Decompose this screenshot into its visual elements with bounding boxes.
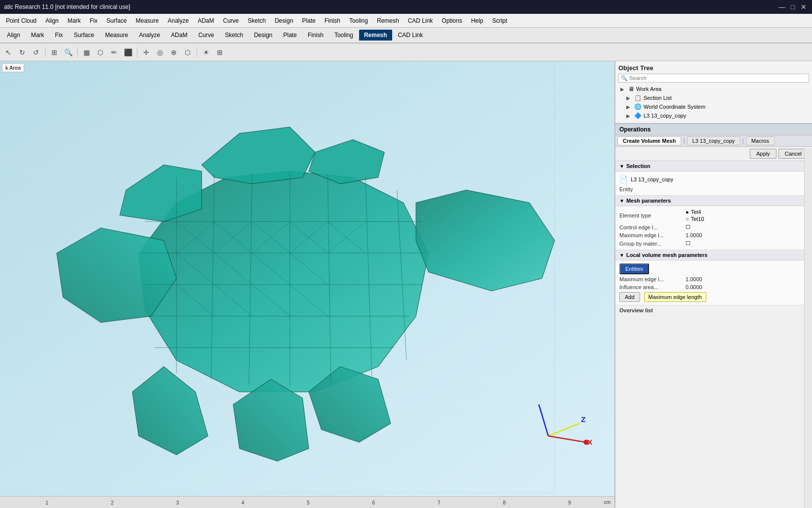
radio-tet4-icon: ● xyxy=(686,209,689,215)
tree-expand-icon-model: ▶ xyxy=(626,113,632,119)
mesh-viewport-svg: Z X xyxy=(0,61,614,508)
close-btn[interactable]: ✕ xyxy=(799,2,808,11)
ops-tab-create-volume[interactable]: Create Volume Mesh xyxy=(617,136,681,145)
menu-sketch[interactable]: Sketch xyxy=(244,16,270,25)
maximize-btn[interactable]: □ xyxy=(788,2,797,11)
select-icon[interactable]: ▦ xyxy=(80,46,93,59)
menu-tooling[interactable]: Tooling xyxy=(345,16,372,25)
selection-collapse-icon: ▼ xyxy=(619,164,624,169)
cursor-icon[interactable]: ↖ xyxy=(2,46,15,59)
tree-item-workarea[interactable]: ▶ 🖥 Work Area xyxy=(618,85,809,93)
control-edge-label: Control edge l... xyxy=(619,224,684,230)
object-tree-title: Object Tree xyxy=(618,64,809,72)
menu-adam[interactable]: ADaM xyxy=(194,16,218,25)
menu-plate[interactable]: Plate xyxy=(298,16,320,25)
eraser-icon[interactable]: ⬛ xyxy=(122,46,134,59)
radio-tet10[interactable]: ○ Tet10 xyxy=(686,216,704,222)
entity-value: L3 13_copy_copy xyxy=(631,176,673,182)
zoom-icon[interactable]: 🔍 xyxy=(62,46,75,59)
tab-mark[interactable]: Mark xyxy=(26,30,49,41)
tree-item-worldcoord[interactable]: ▶ 🌐 World Coordinate System xyxy=(618,102,809,111)
menu-fix[interactable]: Fix xyxy=(85,16,101,25)
control-edge-checkbox[interactable]: ☐ xyxy=(686,224,690,230)
tree-item-icon-workarea: 🖥 xyxy=(628,85,634,92)
tree-item-icon-section: 📋 xyxy=(634,94,642,101)
menu-remesh[interactable]: Remesh xyxy=(373,16,403,25)
menu-options[interactable]: Options xyxy=(438,16,466,25)
viewport[interactable]: k Area xyxy=(0,61,614,508)
tab-finish[interactable]: Finish xyxy=(303,30,328,41)
tab-adam[interactable]: ADaM xyxy=(166,30,192,41)
group-by-checkbox[interactable]: ☐ xyxy=(686,240,690,247)
tab-tooling[interactable]: Tooling xyxy=(329,30,358,41)
menu-script[interactable]: Script xyxy=(488,16,511,25)
add-button[interactable]: Add xyxy=(619,292,640,302)
move-icon[interactable]: ✛ xyxy=(140,46,153,59)
local-params-title: Local volume mesh parameters xyxy=(626,252,707,258)
menu-design[interactable]: Design xyxy=(271,16,297,25)
minimize-btn[interactable]: — xyxy=(777,2,786,11)
menu-curve[interactable]: Curve xyxy=(219,16,243,25)
tab-plate[interactable]: Plate xyxy=(279,30,302,41)
ops-tab-model[interactable]: L3 13_copy_copy xyxy=(687,136,740,145)
view-icon[interactable]: ⊞ xyxy=(48,46,61,59)
radio-tet10-label: Tet10 xyxy=(691,216,704,222)
tab-remesh[interactable]: Remesh xyxy=(359,30,392,41)
add-tooltip-row: Add Maximum edge length xyxy=(619,291,808,303)
rotate2-icon[interactable]: ↺ xyxy=(30,46,42,59)
menu-measure[interactable]: Measure xyxy=(132,16,163,25)
tab-curve[interactable]: Curve xyxy=(193,30,219,41)
mesh-params-header[interactable]: ▼ Mesh parameters xyxy=(615,196,812,206)
tree-item-model[interactable]: ▶ 🔷 L3 13_copy_copy xyxy=(618,111,809,120)
lasso-icon[interactable]: ⬡ xyxy=(94,46,107,59)
operations-tabs: Create Volume Mesh | L3 13_copy_copy | M… xyxy=(615,135,812,147)
tab-align[interactable]: Align xyxy=(2,30,25,41)
local-max-edge-label: Maximum edge l... xyxy=(619,276,684,282)
selection-section-header[interactable]: ▼ Selection xyxy=(615,161,812,171)
entity-display: 📄 L3 13_copy_copy xyxy=(619,173,808,185)
menu-pointcloud[interactable]: Point Cloud xyxy=(2,16,41,25)
max-edge-value: 1.0000 xyxy=(686,232,808,238)
ops-tab-macros[interactable]: Macros xyxy=(746,136,774,145)
tab-fix[interactable]: Fix xyxy=(50,30,68,41)
point-icon[interactable]: ◎ xyxy=(154,46,166,59)
tab-cadlink[interactable]: CAD Link xyxy=(393,30,428,41)
svg-text:Z: Z xyxy=(581,415,585,423)
menubar: Point Cloud Align Mark Fix Surface Measu… xyxy=(0,14,812,28)
menu-cadlink[interactable]: CAD Link xyxy=(404,16,437,25)
tooltip-max-edge: Maximum edge length xyxy=(644,292,706,302)
group-by-label: Group by mater... xyxy=(619,241,684,247)
menu-help[interactable]: Help xyxy=(467,16,487,25)
cancel-button[interactable]: Cancel xyxy=(778,149,808,159)
mesh-icon[interactable]: ⬡ xyxy=(181,46,194,59)
menu-finish[interactable]: Finish xyxy=(321,16,344,25)
radio-tet4[interactable]: ● Tet4 xyxy=(686,209,704,215)
tab-surface[interactable]: Surface xyxy=(69,30,99,41)
ruler-unit: cm xyxy=(604,500,610,505)
rotate-icon[interactable]: ↻ xyxy=(16,46,29,59)
menu-analyze[interactable]: Analyze xyxy=(163,16,193,25)
right-panel: Object Tree 🔍 ▶ 🖥 Work Area ▶ 📋 Section … xyxy=(614,61,812,508)
apply-button[interactable]: Apply xyxy=(750,149,776,159)
light-icon[interactable]: ☀ xyxy=(200,46,212,59)
menu-surface[interactable]: Surface xyxy=(102,16,130,25)
tab-design[interactable]: Design xyxy=(249,30,277,41)
svg-point-47 xyxy=(583,440,588,445)
group-by-row: Group by mater... ☐ xyxy=(619,239,808,248)
ruler-mark-2: 2 xyxy=(111,500,114,505)
entities-button[interactable]: Entities xyxy=(619,263,649,274)
menu-align[interactable]: Align xyxy=(41,16,63,25)
coords-icon[interactable]: ⊞ xyxy=(213,46,226,59)
tab-analyze[interactable]: Analyze xyxy=(134,30,165,41)
menu-mark[interactable]: Mark xyxy=(64,16,85,25)
influence-area-row: Influence area... 0.0000 xyxy=(619,283,808,291)
tree-search-input[interactable] xyxy=(629,75,807,82)
tree-item-icon-model: 🔷 xyxy=(634,112,642,119)
local-params-header[interactable]: ▼ Local volume mesh parameters xyxy=(615,250,812,260)
tab-measure[interactable]: Measure xyxy=(100,30,133,41)
paint-icon[interactable]: ✏ xyxy=(108,46,121,59)
tree-item-sectionlist[interactable]: ▶ 📋 Section List xyxy=(618,93,809,102)
window-controls: — □ ✕ xyxy=(777,2,808,11)
tab-sketch[interactable]: Sketch xyxy=(220,30,248,41)
snap-icon[interactable]: ⊕ xyxy=(167,46,180,59)
